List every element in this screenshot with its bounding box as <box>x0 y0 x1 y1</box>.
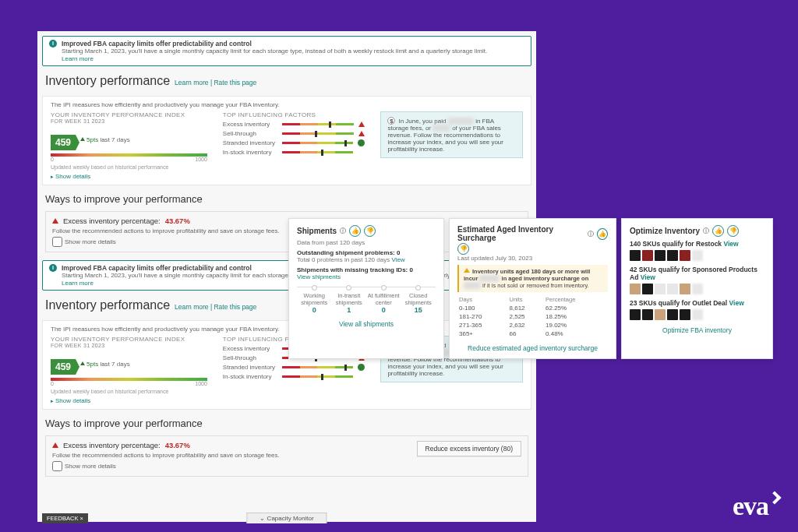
capacity-monitor-toggle[interactable]: Capacity Monitor <box>246 513 327 523</box>
learn-more-link[interactable]: Learn more <box>175 303 208 311</box>
restock-thumbnails <box>630 250 764 261</box>
show-details-link[interactable]: Show details <box>51 173 90 180</box>
page-title-text: Inventory performance <box>45 74 170 88</box>
ipi-card: The IPI measures how efficiently and pro… <box>42 96 531 185</box>
shipments-card: Shipments ⓘ 👍 👎 Data from past 120 days … <box>288 218 444 359</box>
view-outlet-link[interactable]: View <box>729 299 744 307</box>
factor-sellthrough: Sell-through <box>223 130 365 137</box>
view-shipments-link[interactable]: View shipments <box>297 273 341 280</box>
sponsored-sku-line: 42 SKUs qualify for Sponsored Products A… <box>630 266 764 281</box>
reduce-excess-button[interactable]: Reduce excess inventory (80) <box>417 441 521 456</box>
banner-body: Starting March 1, 2023, you'll have a si… <box>62 48 487 55</box>
banner-learn-link[interactable]: Learn more <box>62 280 94 287</box>
banner-learn-link[interactable]: Learn more <box>62 55 94 62</box>
ipi-bar <box>51 153 207 157</box>
aged-warning: Inventory units aged 180 days or more wi… <box>457 265 608 292</box>
page-title: Inventory performance Learn more | Rate … <box>37 71 536 91</box>
learn-more-link[interactable]: Learn more <box>175 79 208 86</box>
ipi-week: FOR WEEK 31 2023 <box>51 118 207 124</box>
outlet-thumbnails <box>630 309 764 320</box>
dollar-icon: $ <box>387 117 395 125</box>
ok-icon <box>358 139 365 146</box>
aged-title: Estimated Aged Inventory Surcharge <box>457 225 584 242</box>
view-problems-link[interactable]: View <box>391 256 404 263</box>
excess-label: Excess inventory percentage: <box>63 217 161 225</box>
missing-tracking: Shipments with missing tracking IDs: 0 <box>297 266 436 273</box>
factor-stranded: Stranded inventory <box>223 139 365 146</box>
aged-table: DaysUnitsPercentage 0-1808,61262.25% 181… <box>457 295 608 338</box>
factor-instock: In-stock inventory <box>223 149 365 156</box>
view-restock-link[interactable]: View <box>723 240 738 248</box>
thumbs-down-icon[interactable]: 👎 <box>727 225 739 237</box>
thumbs-up-icon[interactable]: 👍 <box>349 225 361 237</box>
thumbs-up-icon[interactable]: 👍 <box>597 228 608 240</box>
warning-icon <box>358 122 365 127</box>
ipi-score: 459 <box>51 135 76 150</box>
optimize-inventory-card: Optimize Inventory ⓘ 👍 👎 140 SKUs qualif… <box>621 218 773 359</box>
feedback-tab[interactable]: FEEDBACK × <box>42 513 88 523</box>
rate-page-link[interactable]: Rate this page <box>214 303 256 311</box>
banner-title: Improved FBA capacity limits offer predi… <box>62 40 487 48</box>
ipi-label: YOUR INVENTORY PERFORMANCE INDEX <box>51 111 207 118</box>
more-details-toggle[interactable]: Show more details <box>52 238 116 245</box>
view-all-shipments-link[interactable]: View all shipments <box>297 320 436 328</box>
optimize-fba-link[interactable]: Optimize FBA inventory <box>630 326 764 334</box>
optimize-title: Optimize Inventory <box>630 227 700 235</box>
warning-icon <box>358 131 365 136</box>
factors-label: TOP INFLUENCING FACTORS <box>223 111 365 118</box>
fee-callout: $In June, you paid XXXX in FBA storage f… <box>380 111 523 158</box>
factor-excess: Excess inventory <box>223 121 365 128</box>
sponsored-thumbnails <box>630 284 764 294</box>
info-icon: i <box>49 40 57 48</box>
excess-card: Excess inventory percentage: 43.67% Foll… <box>45 435 528 477</box>
shipment-problems: Outstanding shipment problems: 0 <box>297 249 436 256</box>
shipments-sub: Data from past 120 days <box>297 239 436 246</box>
show-details-link[interactable]: Show details <box>51 397 90 404</box>
reduce-aged-link[interactable]: Reduce estimated aged inventory surcharg… <box>457 344 608 352</box>
more-details-toggle[interactable]: Show more details <box>52 463 116 470</box>
improve-title: Ways to improve your performance <box>37 190 536 208</box>
thumbs-up-icon[interactable]: 👍 <box>712 225 724 237</box>
view-sponsored-link[interactable]: View <box>641 273 655 281</box>
thumbs-down-icon[interactable]: 👎 <box>364 225 376 237</box>
ipi-intro: The IPI measures how efficiently and pro… <box>51 101 523 108</box>
capacity-banner: i Improved FBA capacity limits offer pre… <box>42 36 531 66</box>
eva-logo: eva <box>733 491 779 521</box>
rate-page-link[interactable]: Rate this page <box>214 79 256 86</box>
excess-percentage: 43.67% <box>165 217 190 225</box>
outlet-sku-line: 23 SKUs qualify for Outlet Deal View <box>630 299 764 307</box>
warning-icon <box>464 268 470 273</box>
aged-inventory-card: Estimated Aged Inventory Surcharge ⓘ 👍 👎… <box>449 218 616 359</box>
thumbs-down-icon[interactable]: 👎 <box>457 243 469 255</box>
shipments-title: Shipments <box>297 227 337 235</box>
detail-cards-row: Shipments ⓘ 👍 👎 Data from past 120 days … <box>288 218 773 359</box>
warning-icon <box>52 218 58 224</box>
aged-updated: Last updated July 30, 2023 <box>457 255 608 262</box>
info-icon: i <box>49 264 57 272</box>
shipments-pipeline: Working shipments0 In-transit shipments1… <box>297 285 436 314</box>
restock-sku-line: 140 SKUs qualify for Restock View <box>630 240 764 248</box>
ipi-updated: Updated weekly based on historical perfo… <box>51 164 207 170</box>
ipi-trend: 5pts last 7 days <box>80 136 130 143</box>
